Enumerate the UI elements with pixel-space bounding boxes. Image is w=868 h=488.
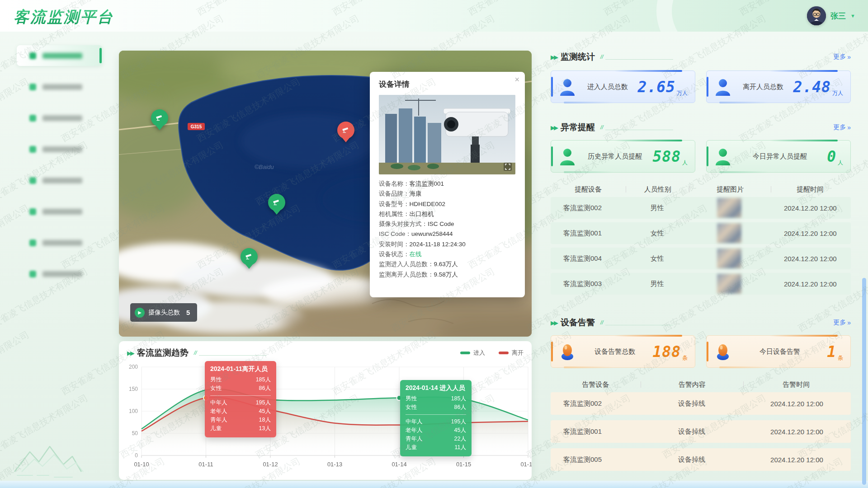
person-icon bbox=[713, 77, 733, 97]
device-detail-popup: 设备详情 × bbox=[370, 72, 525, 297]
device-field-label: 设备状态： bbox=[379, 251, 410, 258]
camera-pin-red[interactable] bbox=[337, 122, 354, 144]
deco-line bbox=[199, 355, 267, 356]
camera-pin-green[interactable] bbox=[241, 248, 258, 271]
device-field-value: 在线 bbox=[410, 251, 422, 258]
device-field-value: uewurw258444 bbox=[411, 230, 453, 237]
section-arrows-icon: ▶▶ bbox=[127, 350, 133, 357]
camera-pin-green[interactable] bbox=[151, 109, 168, 132]
sidebar-nav bbox=[17, 45, 103, 295]
card-unit: 万人 bbox=[677, 89, 688, 97]
alert-photo-blurred bbox=[717, 198, 741, 218]
column-header: 告警设备 bbox=[551, 380, 641, 389]
alarm-content: 设备掉线 bbox=[641, 399, 743, 408]
section-header-alarms: ▶▶ 设备告警 // 更多» bbox=[551, 316, 851, 329]
section-arrows-icon: ▶▶ bbox=[551, 124, 557, 131]
alarm-table-row[interactable]: 客流监测001 设备掉线 2024.12.20 12:00 bbox=[551, 420, 851, 443]
svg-text:G315: G315 bbox=[191, 124, 202, 129]
column-header: 人员性别 bbox=[626, 185, 689, 194]
legend-item[interactable]: 进入 bbox=[460, 349, 485, 357]
menu-icon bbox=[29, 52, 36, 59]
sidebar-item[interactable] bbox=[17, 263, 103, 284]
card-unit: 人 bbox=[682, 159, 688, 167]
alert-time: 2024.12.20 12:00 bbox=[770, 230, 851, 237]
device-field-label: 摄像头对接方式： bbox=[379, 221, 428, 227]
card-label: 进入人员总数 bbox=[577, 83, 638, 91]
alarm-device: 客流监测005 bbox=[551, 455, 641, 464]
chart-tooltip: 2024-01-14 进入人员 男性185人女性86人 中年人195人老年人45… bbox=[400, 380, 472, 456]
menu-icon bbox=[29, 177, 36, 184]
svg-text:01-13: 01-13 bbox=[327, 461, 342, 468]
svg-text:01-11: 01-11 bbox=[198, 461, 213, 468]
alert-photo-blurred bbox=[717, 249, 741, 268]
alert-time: 2024.12.20 12:00 bbox=[770, 204, 851, 212]
alert-photo-blurred bbox=[717, 223, 741, 243]
device-field-label: 监测离开人员总数： bbox=[379, 271, 434, 278]
card-value: 0 bbox=[827, 148, 836, 165]
svg-text:01-14: 01-14 bbox=[392, 461, 406, 468]
section-header-alerts: ▶▶ 异常提醒 // 更多» bbox=[551, 121, 851, 134]
sidebar-item-label-blurred bbox=[42, 146, 82, 152]
card-unit: 条 bbox=[682, 354, 688, 362]
card-value: 2.65 bbox=[638, 78, 675, 96]
page-title: 客流监测平台 bbox=[14, 7, 114, 28]
device-field-label: 监测进入人员总数： bbox=[379, 261, 434, 267]
sidebar-item[interactable] bbox=[17, 108, 103, 128]
tooltip-title: 2024-01-11离开人员 bbox=[210, 365, 271, 373]
alert-table-row[interactable]: 客流监测003 男性 2024.12.20 12:00 bbox=[551, 273, 851, 295]
camera-icon: ▶ bbox=[135, 308, 145, 318]
alert-photo-blurred bbox=[717, 274, 741, 294]
legend-item[interactable]: 离开 bbox=[499, 349, 524, 357]
sidebar-item-label-blurred bbox=[42, 53, 82, 59]
avatar[interactable] bbox=[807, 6, 826, 25]
sidebar-item[interactable] bbox=[17, 139, 103, 160]
sidebar-item[interactable] bbox=[17, 76, 103, 97]
section-header-stats: ▶▶ 监测统计 // 更多» bbox=[551, 51, 851, 63]
close-icon[interactable]: × bbox=[514, 75, 519, 84]
deco-line bbox=[605, 59, 673, 60]
stat-card-today-alerts: 今日异常人员提醒 0 人 bbox=[706, 140, 851, 173]
alert-device: 客流监测004 bbox=[551, 254, 626, 263]
device-field-value: HDHEDE002 bbox=[410, 201, 446, 207]
chevron-down-icon[interactable]: ▼ bbox=[850, 13, 855, 19]
sidebar-item[interactable] bbox=[17, 201, 103, 222]
svg-text:01-16: 01-16 bbox=[520, 461, 532, 468]
deco-line bbox=[605, 130, 673, 130]
more-link-stats[interactable]: 更多» bbox=[833, 53, 851, 61]
device-field: 设备品牌：海康 bbox=[379, 189, 516, 199]
stat-card-leave-total: 离开人员总数 2.48 万人 bbox=[706, 70, 851, 103]
slash-deco: // bbox=[600, 54, 604, 60]
alarm-table-row[interactable]: 客流监测005 设备掉线 2024.12.20 12:00 bbox=[551, 448, 851, 471]
tooltip-divider bbox=[406, 414, 466, 415]
camera-pin-green[interactable] bbox=[268, 194, 285, 216]
card-value: 588 bbox=[652, 148, 681, 165]
svg-text:50: 50 bbox=[132, 430, 138, 436]
camera-total-value: 5 bbox=[186, 309, 190, 316]
svg-text:©Baidu: ©Baidu bbox=[255, 164, 274, 170]
user-menu[interactable]: 张三 ▼ bbox=[807, 6, 855, 25]
more-link-alerts[interactable]: 更多» bbox=[833, 123, 851, 131]
menu-icon bbox=[29, 84, 36, 90]
alert-table-row[interactable]: 客流监测004 女性 2024.12.20 12:00 bbox=[551, 248, 851, 269]
alarm-table-row[interactable]: 客流监测002 设备掉线 2024.12.20 12:00 bbox=[551, 392, 851, 415]
stat-card-history-alerts: 历史异常人员提醒 588 人 bbox=[551, 140, 695, 173]
alert-gender: 女性 bbox=[626, 229, 689, 238]
svg-text:150: 150 bbox=[129, 386, 138, 392]
expand-icon bbox=[504, 163, 512, 171]
mountain-deco bbox=[13, 439, 85, 480]
card-label: 设备告警总数 bbox=[577, 347, 652, 356]
chart-legend: 进入离开 bbox=[460, 349, 524, 357]
more-link-alarms[interactable]: 更多» bbox=[833, 319, 851, 327]
sidebar-item[interactable] bbox=[17, 232, 103, 253]
sidebar-item-label-blurred bbox=[42, 271, 82, 277]
alert-table-row[interactable]: 客流监测002 男性 2024.12.20 12:00 bbox=[551, 197, 851, 219]
satellite-map[interactable]: G315 ©Baidu ▶ 摄像头总数 5 设备详情 × bbox=[119, 51, 532, 337]
device-field-label: 相机属性： bbox=[379, 211, 410, 217]
sidebar-item-label-blurred bbox=[42, 115, 82, 121]
sidebar-item[interactable] bbox=[17, 45, 103, 66]
sidebar-item[interactable] bbox=[17, 170, 103, 191]
user-name[interactable]: 张三 bbox=[830, 11, 846, 21]
scrollbar-thumb[interactable] bbox=[862, 278, 866, 485]
column-header: 提醒图片 bbox=[689, 185, 770, 194]
alert-table-row[interactable]: 客流监测001 女性 2024.12.20 12:00 bbox=[551, 222, 851, 244]
